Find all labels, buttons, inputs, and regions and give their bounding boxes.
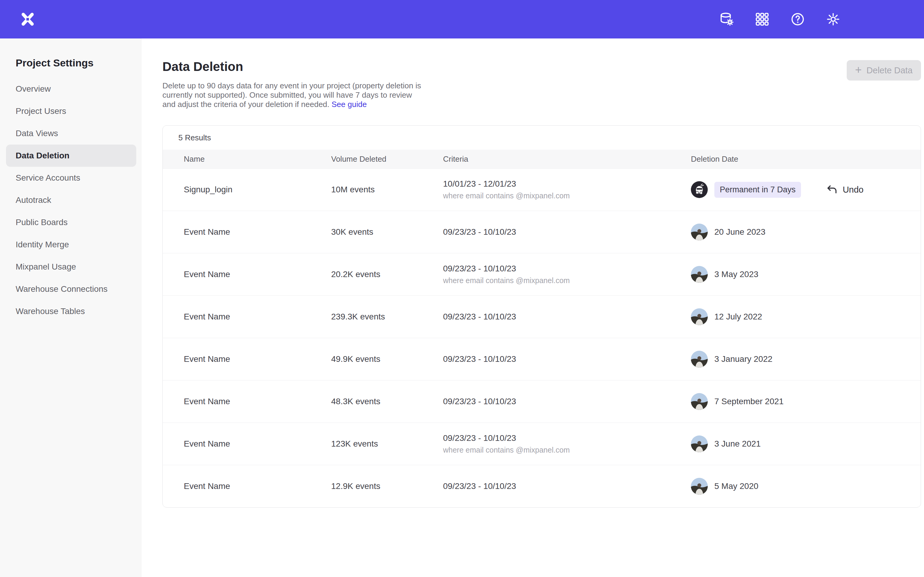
sidebar-item-warehouse-tables[interactable]: Warehouse Tables	[0, 300, 136, 322]
cell-criteria: 09/23/23 - 10/10/23 where email contains…	[443, 264, 691, 285]
user-avatar	[691, 224, 708, 240]
cell-name: Event Name	[184, 482, 331, 491]
navbar-icons	[719, 11, 841, 27]
criteria-range: 09/23/23 - 10/10/23	[443, 434, 691, 443]
criteria-filter: where email contains @mixpanel.com	[443, 192, 691, 200]
cell-name: Event Name	[184, 439, 331, 449]
help-icon[interactable]	[790, 11, 806, 27]
delete-data-label: Delete Data	[867, 66, 913, 76]
table-row: Signup_login 10M events 10/01/23 - 12/01…	[163, 168, 921, 211]
criteria-range: 09/23/23 - 10/10/23	[443, 312, 691, 322]
cell-criteria: 10/01/23 - 12/01/23 where email contains…	[443, 179, 691, 200]
deletion-date: 7 September 2021	[714, 397, 783, 406]
criteria-range: 09/23/23 - 10/10/23	[443, 354, 691, 364]
cell-name: Event Name	[184, 397, 331, 406]
cell-deletion-date: 3 June 2021	[691, 435, 921, 452]
cell-name: Event Name	[184, 312, 331, 322]
deletion-date: 12 July 2022	[714, 312, 762, 322]
user-avatar	[691, 308, 708, 325]
cell-volume: 49.9K events	[331, 354, 443, 364]
plus-icon: +	[855, 64, 862, 76]
criteria-range: 09/23/23 - 10/10/23	[443, 264, 691, 274]
cell-volume: 123K events	[331, 439, 443, 449]
main-content: Data Deletion Delete up to 90 days data …	[142, 39, 924, 577]
cell-criteria: 09/23/23 - 10/10/23	[443, 312, 691, 322]
criteria-filter: where email contains @mixpanel.com	[443, 446, 691, 455]
cell-volume: 239.3K events	[331, 312, 443, 322]
sidebar-item-autotrack[interactable]: Autotrack	[0, 189, 136, 211]
sidebar-item-data-deletion[interactable]: Data Deletion	[6, 145, 136, 167]
deletion-date: 3 May 2023	[714, 269, 758, 279]
table-body: Signup_login 10M events 10/01/23 - 12/01…	[163, 168, 921, 507]
cell-volume: 30K events	[331, 227, 443, 237]
table-header-row: Name Volume Deleted Criteria Deletion Da…	[163, 150, 921, 168]
user-avatar	[691, 266, 708, 283]
table-row: Event Name 30K events 09/23/23 - 10/10/2…	[163, 211, 921, 253]
cell-criteria: 09/23/23 - 10/10/23 where email contains…	[443, 434, 691, 455]
criteria-filter: where email contains @mixpanel.com	[443, 276, 691, 285]
project-settings-page: Project Settings OverviewProject UsersDa…	[0, 0, 924, 577]
sidebar-item-identity-merge[interactable]: Identity Merge	[0, 234, 136, 256]
cell-volume: 10M events	[331, 185, 443, 195]
sidebar-item-public-boards[interactable]: Public Boards	[0, 211, 136, 234]
deletion-table-card: 5 Results Name Volume Deleted Criteria D…	[162, 125, 921, 508]
cell-name: Signup_login	[184, 185, 331, 195]
sidebar-item-overview[interactable]: Overview	[0, 78, 136, 100]
cell-deletion-date: 3 May 2023	[691, 266, 921, 283]
results-count: 5 Results	[163, 126, 921, 150]
undo-label: Undo	[843, 185, 864, 195]
deletion-date: 5 May 2020	[714, 482, 758, 491]
cell-criteria: 09/23/23 - 10/10/23	[443, 482, 691, 491]
settings-icon[interactable]	[825, 11, 841, 27]
cell-deletion-date: 3 January 2022	[691, 351, 921, 367]
deletion-date: 3 January 2022	[714, 354, 772, 364]
column-header-criteria: Criteria	[443, 155, 691, 164]
cell-deletion-date: Permanent in 7 Days Undo	[691, 181, 921, 198]
data-settings-icon[interactable]	[719, 11, 735, 27]
table-row: Event Name 239.3K events 09/23/23 - 10/1…	[163, 295, 921, 338]
cell-deletion-date: 5 May 2020	[691, 478, 921, 495]
criteria-range: 09/23/23 - 10/10/23	[443, 397, 691, 406]
user-avatar	[691, 393, 708, 410]
user-avatar	[691, 181, 708, 198]
cell-name: Event Name	[184, 354, 331, 364]
user-avatar	[691, 435, 708, 452]
deletion-date: 3 June 2021	[714, 439, 761, 449]
sidebar-item-service-accounts[interactable]: Service Accounts	[0, 167, 136, 189]
description-text: Delete up to 90 days data for any event …	[162, 81, 421, 109]
cell-volume: 12.9K events	[331, 482, 443, 491]
cell-deletion-date: 12 July 2022	[691, 308, 921, 325]
column-header-name: Name	[184, 155, 331, 164]
sidebar-item-warehouse-connections[interactable]: Warehouse Connections	[0, 278, 136, 300]
sidebar-nav: OverviewProject UsersData ViewsData Dele…	[0, 78, 141, 322]
sidebar-item-project-users[interactable]: Project Users	[0, 100, 136, 122]
table-row: Event Name 49.9K events 09/23/23 - 10/10…	[163, 338, 921, 380]
criteria-range: 10/01/23 - 12/01/23	[443, 179, 691, 189]
table-row: Event Name 12.9K events 09/23/23 - 10/10…	[163, 465, 921, 507]
cell-deletion-date: 20 June 2023	[691, 224, 921, 240]
deletion-status-badge: Permanent in 7 Days	[714, 182, 801, 198]
see-guide-link[interactable]: See guide	[331, 100, 367, 109]
column-header-deletion-date: Deletion Date	[691, 155, 921, 164]
deletion-date: 20 June 2023	[714, 227, 766, 237]
cell-volume: 48.3K events	[331, 397, 443, 406]
delete-data-button[interactable]: + Delete Data	[847, 60, 921, 81]
sidebar-title: Project Settings	[16, 57, 141, 69]
undo-icon	[826, 184, 838, 196]
cell-criteria: 09/23/23 - 10/10/23	[443, 397, 691, 406]
undo-button[interactable]: Undo	[826, 184, 864, 196]
page-description: Delete up to 90 days data for any event …	[162, 81, 427, 109]
sidebar-item-mixpanel-usage[interactable]: Mixpanel Usage	[0, 256, 136, 278]
table-row: Event Name 20.2K events 09/23/23 - 10/10…	[163, 253, 921, 295]
apps-grid-icon[interactable]	[754, 11, 770, 27]
top-navbar	[0, 0, 924, 39]
criteria-range: 09/23/23 - 10/10/23	[443, 482, 691, 491]
mixpanel-logo[interactable]	[19, 11, 36, 27]
cell-name: Event Name	[184, 227, 331, 237]
column-header-volume: Volume Deleted	[331, 155, 443, 164]
cell-volume: 20.2K events	[331, 269, 443, 279]
cell-criteria: 09/23/23 - 10/10/23	[443, 227, 691, 237]
criteria-range: 09/23/23 - 10/10/23	[443, 227, 691, 237]
table-row: Event Name 48.3K events 09/23/23 - 10/10…	[163, 380, 921, 422]
sidebar-item-data-views[interactable]: Data Views	[0, 122, 136, 145]
